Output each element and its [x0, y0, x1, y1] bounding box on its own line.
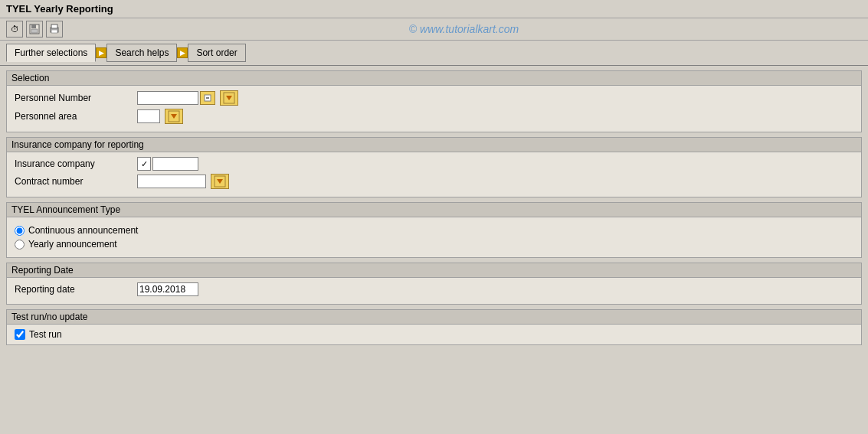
- personnel-area-row: Personnel area: [15, 109, 853, 124]
- yearly-announcement-radio[interactable]: [15, 240, 25, 250]
- personnel-area-input[interactable]: [137, 109, 160, 123]
- tab-bar: Further selections ▶ Search helps ▶ Sort…: [0, 41, 868, 66]
- tab-search-helps-label: Search helps: [115, 47, 169, 58]
- contract-number-row: Contract number: [15, 174, 853, 189]
- continuous-announcement-row: Continuous announcement: [15, 225, 853, 236]
- insurance-body: Insurance company ✓ Contract number: [7, 152, 861, 197]
- insurance-company-input-group: ✓: [137, 157, 198, 171]
- clock-icon[interactable]: ⏱: [6, 21, 23, 38]
- toolbar: ⏱ © www.tutorialkart.com: [0, 18, 868, 41]
- test-run-row: Test run: [15, 329, 853, 340]
- reporting-date-section: Reporting Date Reporting date: [6, 263, 862, 305]
- reporting-date-input[interactable]: [137, 282, 198, 296]
- contract-number-label: Contract number: [15, 176, 137, 187]
- selection-body: Personnel Number Personnel area: [7, 86, 861, 132]
- tab-search-helps[interactable]: Search helps: [106, 44, 177, 62]
- contract-number-input[interactable]: [137, 175, 206, 188]
- announcement-radio-group: Continuous announcement Yearly announcem…: [15, 222, 853, 253]
- personnel-number-multisel-icon[interactable]: [220, 90, 238, 106]
- test-run-section: Test run/no update Test run: [6, 309, 862, 345]
- search-helps-arrow-icon: ▶: [177, 47, 188, 58]
- selection-section: Selection Personnel Number P: [6, 70, 862, 132]
- app-title: TYEL Yearly Reporting: [6, 3, 113, 15]
- tab-sort-order-label: Sort order: [196, 47, 237, 58]
- contract-number-nav-icon[interactable]: [211, 174, 229, 189]
- test-run-body: Test run: [7, 325, 861, 344]
- announcement-body: Continuous announcement Yearly announcem…: [7, 217, 861, 257]
- insurance-section: Insurance company for reporting Insuranc…: [6, 137, 862, 197]
- insurance-company-input[interactable]: [152, 157, 198, 171]
- svg-rect-4: [51, 24, 57, 28]
- personnel-number-row: Personnel Number: [15, 90, 853, 106]
- title-bar: TYEL Yearly Reporting: [0, 0, 868, 18]
- insurance-company-row: Insurance company ✓: [15, 157, 853, 171]
- insurance-header: Insurance company for reporting: [7, 138, 861, 152]
- print-icon[interactable]: [46, 21, 63, 38]
- further-selections-arrow-icon: ▶: [96, 47, 106, 58]
- test-run-checkbox[interactable]: [15, 329, 25, 340]
- continuous-announcement-radio[interactable]: [15, 226, 25, 236]
- contract-number-input-group: [137, 174, 229, 189]
- personnel-number-input[interactable]: [137, 91, 198, 105]
- announcement-section: TYEL Announcement Type Continuous announ…: [6, 202, 862, 258]
- continuous-announcement-label: Continuous announcement: [28, 225, 138, 236]
- insurance-company-label: Insurance company: [15, 158, 137, 169]
- main-content: Selection Personnel Number P: [0, 66, 868, 354]
- personnel-area-label: Personnel area: [15, 111, 137, 122]
- tab-further-selections-label: Further selections: [15, 47, 87, 58]
- save-icon[interactable]: [26, 21, 43, 38]
- yearly-announcement-label: Yearly announcement: [28, 239, 117, 250]
- personnel-number-nav-icon[interactable]: [200, 91, 215, 105]
- svg-rect-1: [31, 24, 36, 28]
- personnel-area-multisel-icon[interactable]: [165, 109, 183, 124]
- tab-further-selections[interactable]: Further selections: [6, 44, 96, 62]
- svg-rect-5: [51, 30, 57, 33]
- insurance-check-icon: ✓: [137, 157, 151, 171]
- tab-sort-order[interactable]: Sort order: [188, 44, 245, 62]
- yearly-announcement-row: Yearly announcement: [15, 239, 853, 250]
- selection-header: Selection: [7, 71, 861, 86]
- personnel-number-label: Personnel Number: [15, 93, 137, 103]
- reporting-date-row: Reporting date: [15, 282, 853, 296]
- test-run-label: Test run: [29, 329, 62, 340]
- svg-rect-2: [31, 29, 38, 33]
- personnel-area-input-group: [137, 109, 160, 123]
- test-run-header: Test run/no update: [7, 310, 861, 325]
- reporting-date-body: Reporting date: [7, 278, 861, 304]
- watermark: © www.tutorialkart.com: [66, 23, 862, 35]
- reporting-date-header: Reporting Date: [7, 263, 861, 278]
- reporting-date-label: Reporting date: [15, 284, 137, 295]
- announcement-header: TYEL Announcement Type: [7, 203, 861, 217]
- personnel-number-input-group: [137, 91, 215, 105]
